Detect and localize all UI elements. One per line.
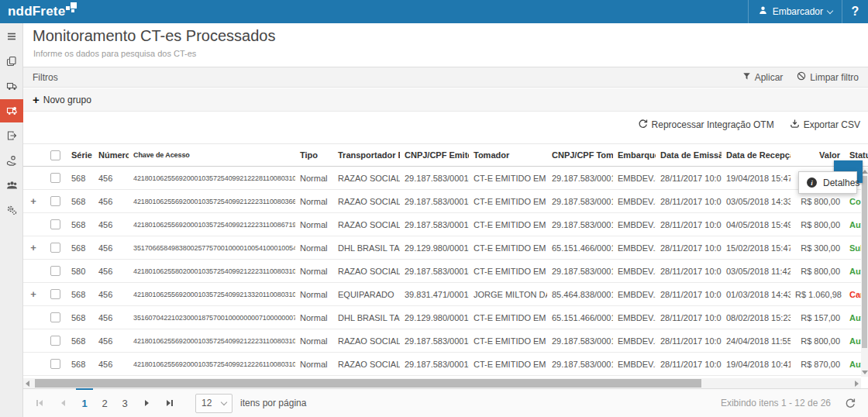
column-header-emissao[interactable]: Data de Emissão↓: [656, 150, 722, 160]
page-button-1[interactable]: 1: [74, 389, 95, 417]
cell-transportador: RAZAO SOCIAL S.A: [333, 220, 400, 229]
column-header-tomador[interactable]: Tomador: [469, 150, 547, 160]
row-checkbox[interactable]: [50, 219, 60, 229]
cell-serie: 568: [67, 336, 94, 346]
last-page-icon: [167, 400, 170, 406]
cell-check: [43, 243, 67, 253]
cell-emissao: 28/11/2017 10:02: [656, 336, 722, 346]
cell-expand: +: [23, 242, 43, 253]
last-page-button[interactable]: [158, 389, 181, 417]
row-checkbox[interactable]: [50, 243, 60, 253]
cell-tomador: CT-E EMITIDO EM A...: [469, 360, 547, 369]
refresh-grid-button[interactable]: [845, 398, 856, 408]
row-checkbox[interactable]: [50, 196, 60, 206]
row-checkbox[interactable]: [50, 359, 60, 369]
scroll-right-arrow[interactable]: [855, 381, 859, 387]
cell-embarque: EMBDEV.28...: [613, 313, 656, 322]
column-header-serie[interactable]: Série: [67, 150, 94, 160]
scroll-left-arrow[interactable]: [26, 381, 29, 387]
column-header-tipo[interactable]: Tipo: [295, 150, 333, 160]
scroll-down-arrow[interactable]: [862, 370, 868, 374]
column-header-transportador[interactable]: Transportador Emi...: [333, 150, 400, 160]
row-checkbox[interactable]: [50, 266, 60, 276]
reprocess-otm-button[interactable]: Reprocessar Integração OTM: [638, 119, 774, 131]
cell-tomador: CT-E EMITIDO EM A...: [469, 174, 547, 183]
cell-tipo: Normal: [295, 220, 333, 229]
apply-filter-label: Aplicar: [755, 72, 784, 83]
settings-gears-icon: [6, 205, 17, 215]
cell-serie: 568: [67, 197, 94, 206]
truck-icon: [6, 81, 18, 91]
help-button[interactable]: ?: [842, 0, 868, 23]
filters-title: Filtros: [33, 72, 58, 83]
page-button-3[interactable]: 3: [115, 389, 135, 417]
row-checkbox[interactable]: [50, 173, 60, 183]
expand-row-button[interactable]: +: [30, 288, 36, 300]
sidebar-item-cte-monitoring[interactable]: [0, 99, 23, 122]
new-group-button[interactable]: + Novo grupo: [33, 95, 91, 105]
vertical-scrollbar[interactable]: [861, 167, 868, 377]
row-actions-menu-details[interactable]: Detalhes: [798, 171, 857, 194]
sidebar-item-users[interactable]: [0, 174, 23, 197]
sidebar-item-transport[interactable]: [0, 74, 23, 98]
expand-row-button[interactable]: +: [30, 242, 36, 253]
cell-recepcao: 24/04/2018 11:55: [722, 336, 790, 346]
cell-numero: 456: [94, 243, 129, 253]
table-header-row: SérieNúmeroChave de AcessoTipoTransporta…: [23, 143, 868, 167]
sidebar-item-sign-out[interactable]: [0, 124, 23, 147]
filters-panel-body: + Novo grupo: [23, 88, 868, 112]
column-header-status[interactable]: Status: [845, 150, 868, 160]
horizontal-scrollbar-thumb[interactable]: [35, 379, 701, 388]
row-checkbox[interactable]: [50, 312, 60, 322]
sidebar-item-menu[interactable]: [0, 25, 23, 48]
details-menu-label: Detalhes: [823, 177, 859, 188]
cell-check: [43, 196, 67, 206]
sidebar-item-documents[interactable]: [0, 50, 23, 73]
cell-emissao: 28/11/2017 10:02: [656, 290, 722, 299]
column-header-embarque[interactable]: Embarque: [613, 150, 656, 160]
clear-filter-button[interactable]: Limpar filtro: [797, 71, 859, 83]
cell-tomador: CT-E EMITIDO EM A...: [469, 220, 547, 229]
column-header-numero[interactable]: Número: [94, 150, 129, 160]
users-group-icon: [6, 180, 18, 191]
column-header-cnpj_emitente[interactable]: CNPJ/CPF Emitente: [400, 150, 469, 160]
items-per-page-label: itens por página: [240, 398, 306, 408]
next-page-button[interactable]: [135, 389, 158, 417]
select-all-checkbox[interactable]: [50, 150, 60, 160]
expand-row-button[interactable]: +: [30, 195, 36, 207]
vertical-scrollbar-thumb[interactable]: [862, 176, 867, 348]
cell-numero: 456: [94, 360, 129, 369]
sign-out-icon: [6, 130, 17, 141]
column-header-cnpj_tomador[interactable]: CNPJ/CPF Tomador: [547, 150, 613, 160]
row-checkbox[interactable]: [50, 336, 60, 346]
chevron-down-icon: [827, 7, 833, 13]
scroll-up-arrow[interactable]: [862, 170, 868, 174]
apply-filter-button[interactable]: Aplicar: [742, 71, 784, 83]
next-page-icon: [145, 400, 149, 406]
cell-cnpj_emitente: 29.187.583/0001-93: [400, 267, 469, 276]
column-header-chave[interactable]: Chave de Acesso: [129, 151, 295, 159]
cell-tomador: CT-E EMITIDO EM A...: [469, 313, 547, 322]
plus-icon: +: [33, 95, 40, 105]
first-page-button[interactable]: [28, 389, 51, 417]
page-button-2[interactable]: 2: [95, 389, 115, 417]
column-header-valor[interactable]: Valor: [790, 150, 845, 160]
prev-page-button[interactable]: [51, 389, 74, 417]
sidebar-item-settings[interactable]: [0, 198, 23, 222]
brand-logo: nddFrete: [0, 1, 77, 22]
export-csv-label: Exportar CSV: [804, 119, 860, 130]
page-size-value: 12: [202, 398, 212, 408]
export-csv-button[interactable]: Exportar CSV: [790, 119, 860, 131]
cell-chave: 4218010625569200010357254099212223110086…: [129, 221, 295, 229]
user-profile-menu[interactable]: Embarcador: [748, 0, 842, 23]
cell-transportador: EQUIPARADO: [333, 290, 400, 299]
table-row: 5684563516070422102300018757001000000007…: [23, 306, 868, 329]
sidebar-item-payment[interactable]: [0, 149, 23, 172]
filters-panel-header: Filtros Aplicar Limpar filtro: [23, 67, 868, 88]
column-header-recepcao[interactable]: Data de Recepção: [722, 150, 790, 160]
cell-cnpj_tomador: 85.464.838/0001-99: [547, 290, 613, 299]
page-size-select[interactable]: 12: [195, 394, 232, 413]
row-checkbox[interactable]: [50, 289, 60, 299]
horizontal-scrollbar[interactable]: [23, 378, 861, 388]
chevron-down-icon: [221, 398, 227, 405]
